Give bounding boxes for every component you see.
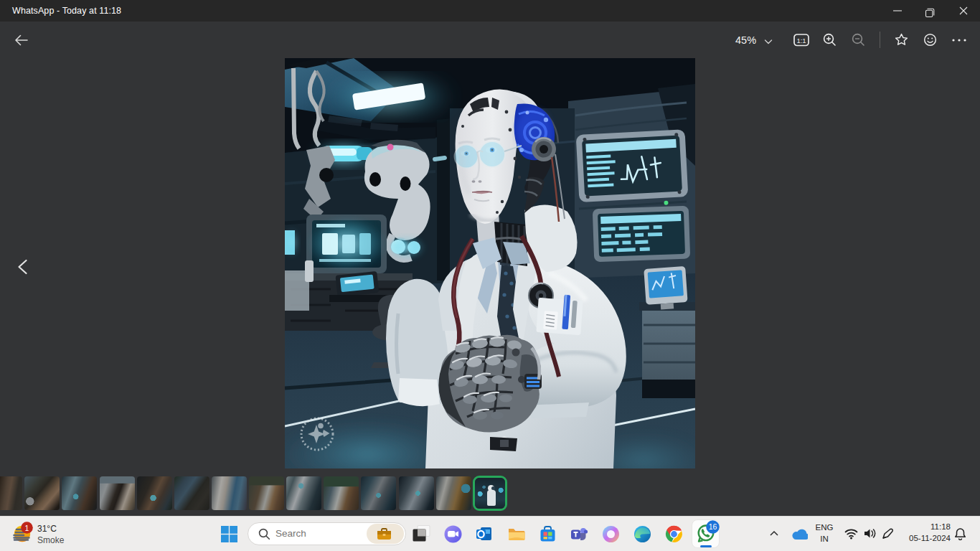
svg-text:1: 1: [25, 524, 29, 532]
svg-text:1:1: 1:1: [796, 37, 806, 44]
svg-text:16: 16: [709, 522, 717, 531]
